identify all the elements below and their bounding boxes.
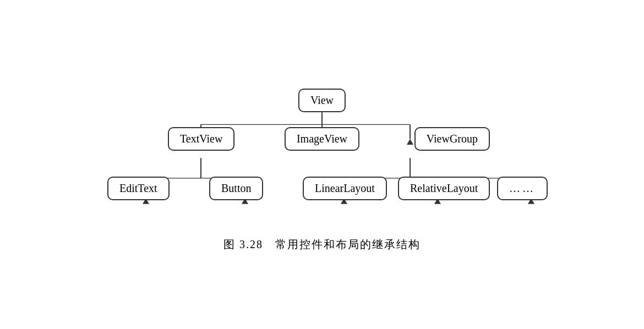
view-node: View bbox=[298, 89, 346, 112]
linearlayout-node: LinearLayout bbox=[303, 177, 387, 200]
relativelayout-node: RelativeLayout bbox=[398, 177, 490, 200]
button-node: Button bbox=[209, 177, 263, 200]
edittext-node: EditText bbox=[107, 177, 170, 200]
diagram-caption: 图 3.28 常用控件和布局的继承结构 bbox=[223, 237, 421, 252]
viewgroup-node: ViewGroup bbox=[414, 127, 490, 151]
diagram-container: View TextView ImageView ViewGroup EditTe… bbox=[74, 78, 570, 252]
imageview-node: ImageView bbox=[285, 127, 359, 151]
more-node: …… bbox=[497, 177, 548, 200]
textview-node: TextView bbox=[168, 127, 234, 151]
